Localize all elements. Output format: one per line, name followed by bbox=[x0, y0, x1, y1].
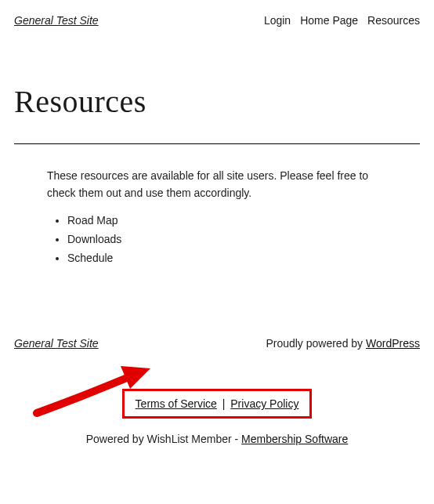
header: General Test Site Login Home Page Resour… bbox=[14, 14, 420, 27]
footer-top: General Test Site Proudly powered by Wor… bbox=[14, 337, 420, 350]
title-divider bbox=[14, 143, 420, 144]
list-item: Road Map bbox=[67, 212, 387, 230]
site-title-link[interactable]: General Test Site bbox=[14, 14, 99, 27]
resource-list: Road Map Downloads Schedule bbox=[47, 212, 387, 267]
list-item: Schedule bbox=[67, 250, 387, 267]
intro-paragraph: These resources are available for all si… bbox=[47, 168, 387, 201]
footer-legal-row: Terms of Service | Privacy Policy bbox=[14, 389, 420, 419]
nav-login[interactable]: Login bbox=[264, 14, 291, 27]
svg-marker-0 bbox=[121, 366, 150, 389]
footer-powered-prefix: Proudly powered by bbox=[266, 337, 366, 350]
primary-nav: Login Home Page Resources bbox=[264, 14, 420, 27]
list-item: Downloads bbox=[67, 231, 387, 248]
footer-credit-prefix: Powered by WishList Member - bbox=[86, 433, 241, 445]
page-wrap: General Test Site Login Home Page Resour… bbox=[0, 0, 434, 461]
footer-credit-link[interactable]: Membership Software bbox=[241, 433, 348, 445]
nav-resources[interactable]: Resources bbox=[367, 14, 420, 27]
footer-site-title-link[interactable]: General Test Site bbox=[14, 337, 99, 350]
content: These resources are available for all si… bbox=[14, 168, 420, 267]
privacy-link[interactable]: Privacy Policy bbox=[230, 397, 298, 410]
page-title: Resources bbox=[14, 83, 420, 120]
footer-powered: Proudly powered by WordPress bbox=[266, 337, 420, 350]
tos-link[interactable]: Terms of Service bbox=[136, 397, 217, 410]
legal-links-highlight-box: Terms of Service | Privacy Policy bbox=[122, 389, 313, 419]
footer-credit: Powered by WishList Member - Membership … bbox=[14, 433, 420, 445]
footer-powered-link[interactable]: WordPress bbox=[366, 337, 420, 350]
nav-home[interactable]: Home Page bbox=[300, 14, 358, 27]
legal-separator: | bbox=[219, 397, 228, 410]
